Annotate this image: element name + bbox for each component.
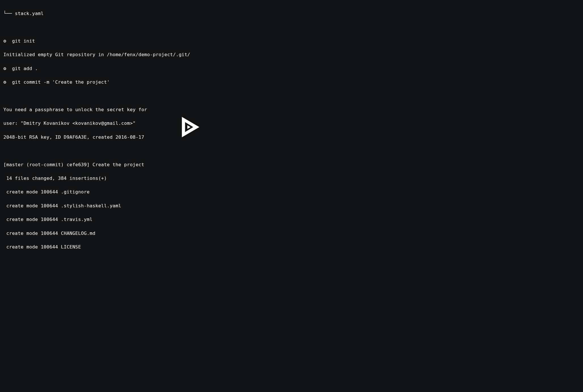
output-line: [master (root-commit) cefe639] Create th… bbox=[3, 161, 375, 168]
prompt-line: ⚙ git commit -m 'Create the project' bbox=[3, 79, 375, 86]
prompt-line: ⚙ git add . bbox=[3, 65, 375, 72]
output-line: create mode 100644 .travis.yml bbox=[3, 216, 375, 223]
output-line: 14 files changed, 384 insertions(+) bbox=[3, 175, 375, 182]
blank-line bbox=[3, 93, 375, 100]
prompt-line: ⚙ git init bbox=[3, 38, 375, 45]
blank-line bbox=[3, 147, 375, 154]
output-line: Initialized empty Git repository in /hom… bbox=[3, 51, 375, 58]
output-line: You need a passphrase to unlock the secr… bbox=[3, 106, 375, 113]
tree-line: └── stack.yaml bbox=[3, 10, 375, 17]
output-line: create mode 100644 .stylish-haskell.yaml bbox=[3, 203, 375, 209]
output-line: create mode 100644 .gitignore bbox=[3, 189, 375, 195]
play-button[interactable] bbox=[178, 114, 200, 140]
output-line: create mode 100644 LICENSE bbox=[3, 244, 375, 250]
play-icon bbox=[178, 114, 200, 140]
output-line: create mode 100644 CHANGELOG.md bbox=[3, 230, 375, 237]
blank-line bbox=[3, 24, 375, 31]
